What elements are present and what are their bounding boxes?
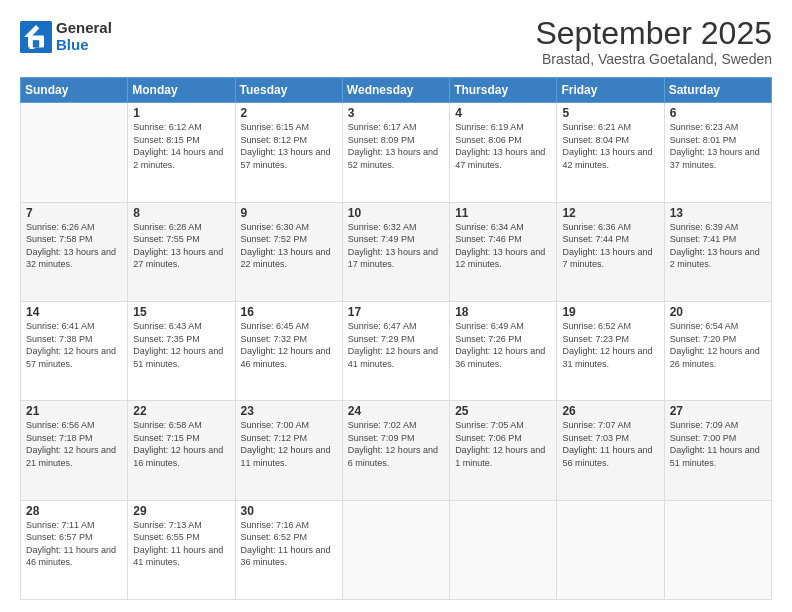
calendar-cell: 3Sunrise: 6:17 AMSunset: 8:09 PMDaylight…: [342, 103, 449, 202]
day-info: Sunrise: 6:28 AMSunset: 7:55 PMDaylight:…: [133, 221, 229, 271]
day-number: 10: [348, 206, 444, 220]
day-number: 9: [241, 206, 337, 220]
day-number: 14: [26, 305, 122, 319]
day-number: 7: [26, 206, 122, 220]
day-number: 26: [562, 404, 658, 418]
weekday-header-sunday: Sunday: [21, 78, 128, 103]
calendar-cell: 17Sunrise: 6:47 AMSunset: 7:29 PMDayligh…: [342, 301, 449, 400]
calendar-week-row: 21Sunrise: 6:56 AMSunset: 7:18 PMDayligh…: [21, 401, 772, 500]
calendar-cell: 24Sunrise: 7:02 AMSunset: 7:09 PMDayligh…: [342, 401, 449, 500]
calendar-cell: 27Sunrise: 7:09 AMSunset: 7:00 PMDayligh…: [664, 401, 771, 500]
weekday-header-tuesday: Tuesday: [235, 78, 342, 103]
calendar-cell: 8Sunrise: 6:28 AMSunset: 7:55 PMDaylight…: [128, 202, 235, 301]
day-info: Sunrise: 6:12 AMSunset: 8:15 PMDaylight:…: [133, 121, 229, 171]
calendar-table: SundayMondayTuesdayWednesdayThursdayFrid…: [20, 77, 772, 600]
calendar-cell: 22Sunrise: 6:58 AMSunset: 7:15 PMDayligh…: [128, 401, 235, 500]
day-number: 30: [241, 504, 337, 518]
day-number: 8: [133, 206, 229, 220]
weekday-header-monday: Monday: [128, 78, 235, 103]
calendar-cell: 28Sunrise: 7:11 AMSunset: 6:57 PMDayligh…: [21, 500, 128, 599]
day-info: Sunrise: 6:41 AMSunset: 7:38 PMDaylight:…: [26, 320, 122, 370]
calendar-cell: 19Sunrise: 6:52 AMSunset: 7:23 PMDayligh…: [557, 301, 664, 400]
calendar-cell: 26Sunrise: 7:07 AMSunset: 7:03 PMDayligh…: [557, 401, 664, 500]
calendar-week-row: 7Sunrise: 6:26 AMSunset: 7:58 PMDaylight…: [21, 202, 772, 301]
weekday-header-row: SundayMondayTuesdayWednesdayThursdayFrid…: [21, 78, 772, 103]
day-info: Sunrise: 6:15 AMSunset: 8:12 PMDaylight:…: [241, 121, 337, 171]
calendar-cell: [450, 500, 557, 599]
calendar-cell: 6Sunrise: 6:23 AMSunset: 8:01 PMDaylight…: [664, 103, 771, 202]
logo: General Blue: [20, 20, 112, 53]
day-number: 20: [670, 305, 766, 319]
day-number: 5: [562, 106, 658, 120]
day-info: Sunrise: 7:16 AMSunset: 6:52 PMDaylight:…: [241, 519, 337, 569]
day-info: Sunrise: 7:02 AMSunset: 7:09 PMDaylight:…: [348, 419, 444, 469]
day-info: Sunrise: 6:30 AMSunset: 7:52 PMDaylight:…: [241, 221, 337, 271]
day-number: 16: [241, 305, 337, 319]
day-number: 22: [133, 404, 229, 418]
day-number: 4: [455, 106, 551, 120]
day-info: Sunrise: 7:09 AMSunset: 7:00 PMDaylight:…: [670, 419, 766, 469]
day-info: Sunrise: 7:07 AMSunset: 7:03 PMDaylight:…: [562, 419, 658, 469]
calendar-cell: 23Sunrise: 7:00 AMSunset: 7:12 PMDayligh…: [235, 401, 342, 500]
day-number: 12: [562, 206, 658, 220]
calendar-cell: 11Sunrise: 6:34 AMSunset: 7:46 PMDayligh…: [450, 202, 557, 301]
logo-general-text: General: [56, 20, 112, 37]
calendar-cell: 10Sunrise: 6:32 AMSunset: 7:49 PMDayligh…: [342, 202, 449, 301]
calendar-cell: 30Sunrise: 7:16 AMSunset: 6:52 PMDayligh…: [235, 500, 342, 599]
calendar-cell: 12Sunrise: 6:36 AMSunset: 7:44 PMDayligh…: [557, 202, 664, 301]
day-info: Sunrise: 6:39 AMSunset: 7:41 PMDaylight:…: [670, 221, 766, 271]
day-info: Sunrise: 6:34 AMSunset: 7:46 PMDaylight:…: [455, 221, 551, 271]
day-number: 13: [670, 206, 766, 220]
calendar-week-row: 28Sunrise: 7:11 AMSunset: 6:57 PMDayligh…: [21, 500, 772, 599]
logo-icon: [20, 21, 52, 53]
calendar-week-row: 14Sunrise: 6:41 AMSunset: 7:38 PMDayligh…: [21, 301, 772, 400]
day-info: Sunrise: 6:56 AMSunset: 7:18 PMDaylight:…: [26, 419, 122, 469]
day-number: 21: [26, 404, 122, 418]
page: General Blue September 2025 Brastad, Vae…: [0, 0, 792, 612]
day-info: Sunrise: 6:52 AMSunset: 7:23 PMDaylight:…: [562, 320, 658, 370]
day-number: 1: [133, 106, 229, 120]
calendar-cell: 20Sunrise: 6:54 AMSunset: 7:20 PMDayligh…: [664, 301, 771, 400]
day-info: Sunrise: 6:26 AMSunset: 7:58 PMDaylight:…: [26, 221, 122, 271]
calendar-cell: 5Sunrise: 6:21 AMSunset: 8:04 PMDaylight…: [557, 103, 664, 202]
day-number: 6: [670, 106, 766, 120]
day-number: 27: [670, 404, 766, 418]
day-info: Sunrise: 6:43 AMSunset: 7:35 PMDaylight:…: [133, 320, 229, 370]
calendar-cell: 14Sunrise: 6:41 AMSunset: 7:38 PMDayligh…: [21, 301, 128, 400]
logo-text: General Blue: [56, 20, 112, 53]
day-number: 3: [348, 106, 444, 120]
calendar-cell: 1Sunrise: 6:12 AMSunset: 8:15 PMDaylight…: [128, 103, 235, 202]
day-info: Sunrise: 7:13 AMSunset: 6:55 PMDaylight:…: [133, 519, 229, 569]
day-info: Sunrise: 6:47 AMSunset: 7:29 PMDaylight:…: [348, 320, 444, 370]
day-info: Sunrise: 7:11 AMSunset: 6:57 PMDaylight:…: [26, 519, 122, 569]
day-info: Sunrise: 7:05 AMSunset: 7:06 PMDaylight:…: [455, 419, 551, 469]
day-info: Sunrise: 6:17 AMSunset: 8:09 PMDaylight:…: [348, 121, 444, 171]
calendar-cell: [342, 500, 449, 599]
calendar-cell: 4Sunrise: 6:19 AMSunset: 8:06 PMDaylight…: [450, 103, 557, 202]
day-number: 2: [241, 106, 337, 120]
calendar-cell: [21, 103, 128, 202]
day-number: 29: [133, 504, 229, 518]
day-info: Sunrise: 6:54 AMSunset: 7:20 PMDaylight:…: [670, 320, 766, 370]
day-info: Sunrise: 6:49 AMSunset: 7:26 PMDaylight:…: [455, 320, 551, 370]
day-info: Sunrise: 6:45 AMSunset: 7:32 PMDaylight:…: [241, 320, 337, 370]
day-info: Sunrise: 6:21 AMSunset: 8:04 PMDaylight:…: [562, 121, 658, 171]
weekday-header-wednesday: Wednesday: [342, 78, 449, 103]
day-info: Sunrise: 6:58 AMSunset: 7:15 PMDaylight:…: [133, 419, 229, 469]
day-number: 18: [455, 305, 551, 319]
calendar-week-row: 1Sunrise: 6:12 AMSunset: 8:15 PMDaylight…: [21, 103, 772, 202]
day-number: 23: [241, 404, 337, 418]
header: General Blue September 2025 Brastad, Vae…: [20, 16, 772, 67]
title-area: September 2025 Brastad, Vaestra Goetalan…: [535, 16, 772, 67]
day-info: Sunrise: 6:36 AMSunset: 7:44 PMDaylight:…: [562, 221, 658, 271]
day-info: Sunrise: 7:00 AMSunset: 7:12 PMDaylight:…: [241, 419, 337, 469]
day-number: 19: [562, 305, 658, 319]
calendar-cell: 16Sunrise: 6:45 AMSunset: 7:32 PMDayligh…: [235, 301, 342, 400]
calendar-cell: 2Sunrise: 6:15 AMSunset: 8:12 PMDaylight…: [235, 103, 342, 202]
day-number: 24: [348, 404, 444, 418]
day-info: Sunrise: 6:19 AMSunset: 8:06 PMDaylight:…: [455, 121, 551, 171]
day-info: Sunrise: 6:23 AMSunset: 8:01 PMDaylight:…: [670, 121, 766, 171]
calendar-cell: [664, 500, 771, 599]
calendar-cell: [557, 500, 664, 599]
calendar-cell: 15Sunrise: 6:43 AMSunset: 7:35 PMDayligh…: [128, 301, 235, 400]
